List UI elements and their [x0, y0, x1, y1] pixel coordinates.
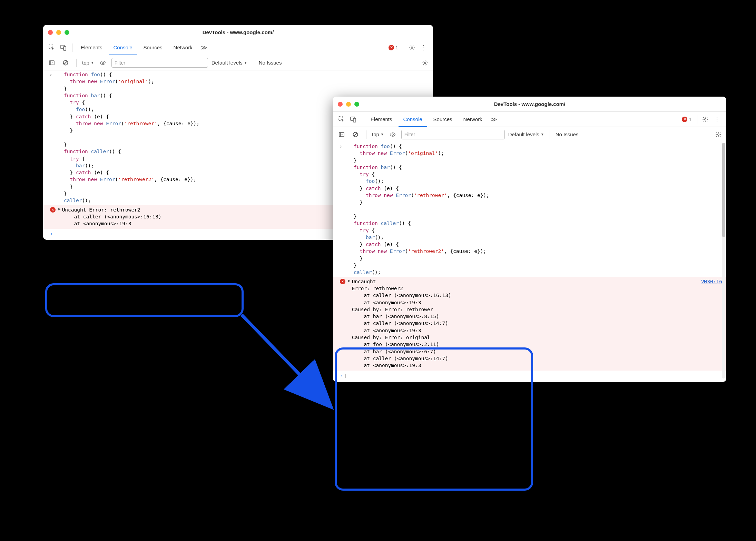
- devtools-tabs: Elements Console Sources Network ≫ ✕ 1 ⋮: [43, 40, 433, 55]
- tab-console[interactable]: Console: [109, 40, 137, 55]
- error-icon: ✕: [389, 45, 394, 50]
- eye-icon[interactable]: [98, 58, 108, 68]
- svg-point-13: [705, 118, 706, 120]
- source-code: function foo() { throw new Error('origin…: [340, 143, 726, 276]
- svg-rect-2: [63, 47, 66, 50]
- error-count: 1: [395, 45, 398, 50]
- eye-icon[interactable]: [387, 129, 398, 140]
- gear-icon[interactable]: [701, 116, 710, 122]
- devtools-window-after: DevTools - www.google.com/ Elements Cons…: [333, 97, 726, 382]
- issues-status[interactable]: No Issues: [556, 131, 579, 137]
- gear-icon[interactable]: [421, 60, 430, 66]
- filter-input[interactable]: [401, 130, 505, 139]
- error-count: 1: [689, 117, 691, 122]
- console-toolbar: top▼ Default levels▼ No Issues: [43, 55, 433, 70]
- tab-sources[interactable]: Sources: [429, 112, 457, 127]
- svg-point-9: [424, 62, 426, 63]
- fullscreen-icon[interactable]: [65, 30, 69, 35]
- tab-elements[interactable]: Elements: [76, 40, 107, 55]
- gear-icon[interactable]: [408, 45, 416, 51]
- error-badge[interactable]: ✕ 1: [680, 117, 694, 122]
- svg-point-8: [102, 62, 104, 63]
- levels-dropdown[interactable]: Default levels▼: [212, 60, 247, 66]
- console-toolbar: top▼ Default levels▼ No Issues: [333, 127, 726, 142]
- traffic-lights: [48, 30, 69, 35]
- titlebar[interactable]: DevTools - www.google.com/: [333, 97, 726, 112]
- divider: [404, 43, 404, 52]
- disclosure-triangle-icon[interactable]: ▶: [348, 278, 351, 283]
- device-toggle-icon[interactable]: [58, 42, 69, 53]
- highlight-box-before: [45, 283, 244, 317]
- svg-point-19: [718, 134, 719, 135]
- error-icon: ✕: [682, 117, 687, 122]
- error-message-row[interactable]: ✕ ▶ Uncaught Error: rethrower2 at caller…: [333, 277, 726, 371]
- svg-line-21: [242, 315, 330, 405]
- divider: [697, 115, 697, 124]
- divider: [76, 59, 77, 67]
- tab-console[interactable]: Console: [399, 112, 427, 127]
- fullscreen-icon[interactable]: [354, 102, 359, 107]
- tab-sources[interactable]: Sources: [139, 40, 167, 55]
- svg-line-17: [354, 133, 357, 136]
- divider: [366, 130, 366, 139]
- disclosure-triangle-icon[interactable]: ▶: [58, 206, 61, 212]
- tab-elements[interactable]: Elements: [366, 112, 397, 127]
- divider: [362, 115, 362, 124]
- svg-point-18: [392, 134, 394, 135]
- context-dropdown[interactable]: top▼: [82, 60, 94, 66]
- console-code-entry: › function foo() { throw new Error('orig…: [333, 142, 726, 277]
- divider: [72, 43, 72, 52]
- inspect-icon[interactable]: [336, 114, 347, 125]
- minimize-icon[interactable]: [346, 102, 351, 107]
- text-cursor: |: [345, 373, 346, 378]
- window-title: DevTools - www.google.com/: [43, 29, 433, 35]
- inspect-icon[interactable]: [47, 42, 57, 53]
- tab-network[interactable]: Network: [459, 112, 487, 127]
- titlebar[interactable]: DevTools - www.google.com/: [43, 25, 433, 40]
- source-link[interactable]: VM30:16: [694, 278, 722, 285]
- error-icon: ✕: [50, 207, 56, 213]
- svg-point-3: [411, 47, 413, 48]
- scrollbar-thumb[interactable]: [722, 143, 725, 237]
- levels-dropdown[interactable]: Default levels▼: [508, 131, 544, 137]
- context-dropdown[interactable]: top▼: [372, 131, 384, 137]
- svg-line-7: [64, 61, 67, 64]
- clear-console-icon[interactable]: [60, 58, 71, 68]
- sidebar-toggle-icon[interactable]: [47, 58, 57, 68]
- error-badge[interactable]: ✕ 1: [386, 45, 400, 50]
- divider: [550, 130, 550, 139]
- chevron-right-icon[interactable]: ≫: [489, 116, 499, 123]
- sidebar-toggle-icon[interactable]: [336, 129, 347, 140]
- minimize-icon[interactable]: [56, 30, 61, 35]
- scrollbar[interactable]: [722, 143, 725, 378]
- kebab-icon[interactable]: ⋮: [711, 116, 723, 123]
- console-prompt[interactable]: ›|: [333, 371, 726, 382]
- close-icon[interactable]: [48, 30, 53, 35]
- tab-network[interactable]: Network: [169, 40, 197, 55]
- chevron-right-icon[interactable]: ≫: [199, 44, 209, 51]
- filter-input[interactable]: [111, 58, 208, 68]
- error-text: Uncaught Error: rethrower2 at caller (<a…: [352, 278, 694, 369]
- svg-rect-12: [353, 118, 356, 122]
- divider: [253, 59, 253, 67]
- kebab-icon[interactable]: ⋮: [418, 44, 430, 51]
- close-icon[interactable]: [338, 102, 343, 107]
- prompt-icon: ›: [49, 71, 52, 78]
- devtools-tabs: Elements Console Sources Network ≫ ✕ 1 ⋮: [333, 112, 726, 127]
- window-title: DevTools - www.google.com/: [333, 101, 726, 107]
- error-icon: ✕: [340, 279, 345, 284]
- prompt-icon: ›: [339, 143, 342, 150]
- traffic-lights: [338, 102, 359, 107]
- clear-console-icon[interactable]: [350, 129, 361, 140]
- device-toggle-icon[interactable]: [348, 114, 359, 125]
- gear-icon[interactable]: [714, 131, 723, 138]
- issues-status[interactable]: No Issues: [259, 60, 282, 66]
